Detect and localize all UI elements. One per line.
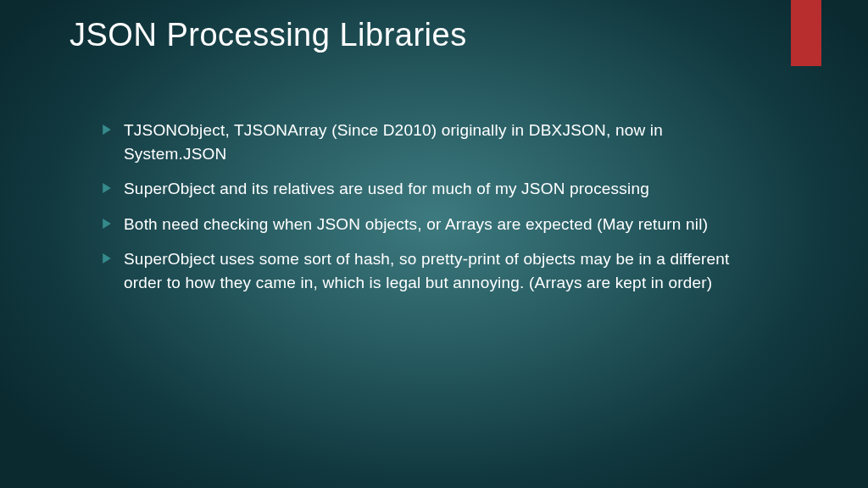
bullet-marker-icon (102, 125, 112, 135)
list-item: Both need checking when JSON objects, or… (102, 213, 766, 236)
bullet-marker-icon (102, 253, 112, 263)
bullet-text: SuperObject uses some sort of hash, so p… (124, 247, 766, 294)
bullet-text: SuperObject and its relatives are used f… (124, 177, 649, 201)
list-item: SuperObject uses some sort of hash, so p… (102, 247, 766, 294)
bullet-marker-icon (102, 219, 112, 229)
accent-bar (791, 0, 821, 66)
bullet-marker-icon (102, 183, 112, 193)
bullet-text: Both need checking when JSON objects, or… (124, 213, 708, 236)
slide-title: JSON Processing Libraries (70, 17, 467, 53)
list-item: SuperObject and its relatives are used f… (102, 177, 766, 201)
bullet-text: TJSONObject, TJSONArray (Since D2010) or… (124, 119, 766, 165)
bullet-list: TJSONObject, TJSONArray (Since D2010) or… (102, 119, 766, 306)
list-item: TJSONObject, TJSONArray (Since D2010) or… (102, 119, 766, 165)
